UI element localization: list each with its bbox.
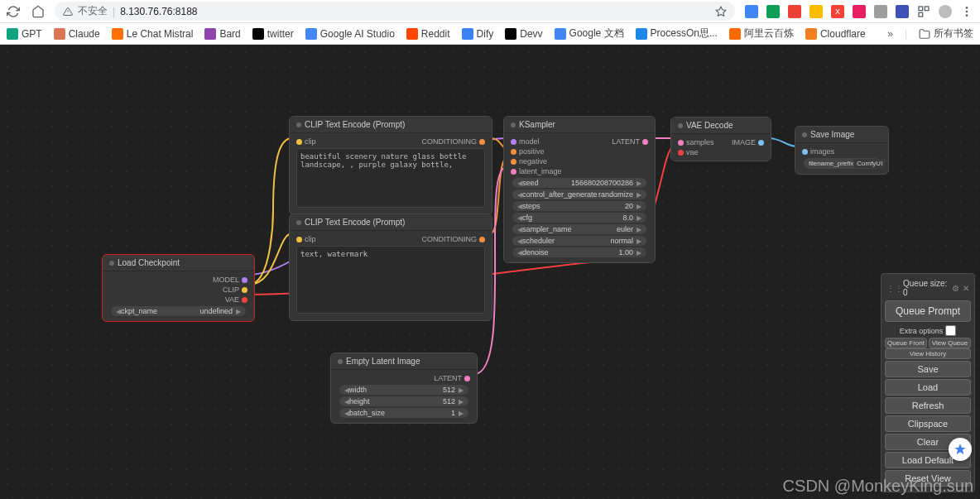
bookmark-item[interactable]: Google 文档 — [555, 26, 624, 41]
browser-toolbar: 不安全 | 8.130.76.76:8188 X — [0, 0, 980, 23]
menu-icon[interactable] — [960, 5, 973, 18]
ext-icon[interactable]: X — [831, 5, 844, 18]
extra-options-checkbox[interactable] — [945, 325, 956, 336]
output-port-latent[interactable] — [464, 376, 470, 381]
bookmark-item[interactable]: ProcessOn思... — [636, 26, 718, 41]
floating-action-button[interactable] — [949, 438, 972, 461]
node-canvas[interactable]: Load Checkpoint MODEL CLIP VAE ◀ckpt_nam… — [0, 45, 980, 499]
node-title: Save Image — [810, 130, 854, 139]
input-port-latent[interactable] — [511, 169, 516, 175]
bookmark-item[interactable]: Devv — [505, 28, 542, 40]
view-queue-button[interactable]: View Queue — [929, 338, 971, 348]
profile-icon[interactable] — [939, 5, 952, 18]
ext-icon[interactable] — [896, 5, 909, 18]
node-title: CLIP Text Encode (Prompt) — [305, 120, 405, 129]
svg-rect-1 — [919, 7, 923, 11]
node-load-checkpoint[interactable]: Load Checkpoint MODEL CLIP VAE ◀ckpt_nam… — [102, 254, 255, 322]
widget-ckpt-name[interactable]: ◀ckpt_nameundefined▶ — [111, 306, 246, 316]
input-port-negative[interactable] — [511, 159, 516, 165]
input-port-clip[interactable] — [296, 237, 302, 242]
bookmark-item[interactable]: twitter — [252, 28, 294, 40]
node-title: KSampler — [519, 120, 555, 129]
home-icon[interactable] — [31, 5, 45, 18]
widget-batch_size[interactable]: ◀batch_size1▶ — [339, 408, 468, 418]
bookmark-item[interactable]: 阿里云百炼 — [729, 26, 794, 41]
svg-rect-2 — [925, 7, 929, 11]
widget-scheduler[interactable]: ◀schedulernormal▶ — [512, 236, 646, 246]
widget-control_after_generate[interactable]: ◀control_after_generaterandomize▶ — [512, 190, 646, 199]
save-button[interactable]: Save — [885, 361, 971, 377]
all-bookmarks[interactable]: 所有书签 — [919, 26, 973, 41]
input-port-vae[interactable] — [678, 150, 684, 156]
prompt-textarea-negative[interactable] — [296, 246, 485, 314]
ext-icon[interactable] — [874, 5, 887, 18]
clipspace-button[interactable]: Clipspace — [885, 415, 971, 432]
ext-icon[interactable] — [766, 5, 780, 18]
reset-view-button[interactable]: Reset View — [885, 470, 971, 487]
node-clip-negative[interactable]: CLIP Text Encode (Prompt) clipCONDITIONI… — [289, 214, 492, 321]
output-port-conditioning[interactable] — [479, 237, 485, 242]
output-port-clip[interactable] — [242, 287, 247, 293]
extension-icons: X — [745, 5, 973, 18]
node-empty-latent[interactable]: Empty Latent Image LATENT ◀width512▶◀hei… — [330, 353, 478, 424]
svg-rect-3 — [919, 12, 923, 17]
widget-sampler_name[interactable]: ◀sampler_nameeuler▶ — [512, 224, 646, 234]
widget-steps[interactable]: ◀steps20▶ — [512, 201, 646, 211]
svg-point-6 — [966, 14, 968, 17]
input-port-samples[interactable] — [678, 140, 684, 146]
ext-icon[interactable] — [853, 5, 866, 18]
bookmark-item[interactable]: Reddit — [406, 28, 450, 40]
close-icon[interactable]: ✕ — [963, 284, 969, 293]
address-bar[interactable]: 不安全 | 8.130.76.76:8188 — [55, 2, 735, 21]
insecure-icon — [63, 7, 73, 17]
widget-filename-prefix[interactable]: filename_prefixComfyUI — [804, 158, 880, 169]
node-title: Empty Latent Image — [346, 357, 420, 366]
widget-cfg[interactable]: ◀cfg8.0▶ — [512, 213, 646, 223]
input-port-model[interactable] — [511, 139, 516, 145]
prompt-textarea-positive[interactable] — [296, 148, 485, 208]
star-icon[interactable] — [715, 6, 727, 17]
node-title: Load Checkpoint — [118, 258, 180, 267]
output-port-conditioning[interactable] — [479, 139, 485, 145]
ext-icon[interactable] — [745, 5, 758, 18]
bookmark-item[interactable]: Dify — [462, 28, 494, 40]
refresh-button[interactable]: Refresh — [885, 397, 971, 414]
bookmark-item[interactable]: Bard — [204, 28, 240, 40]
bookmark-item[interactable]: Le Chat Mistral — [112, 28, 194, 40]
url-text: 8.130.76.76:8188 — [120, 6, 197, 17]
bookmarks-bar: GPTClaudeLe Chat MistralBardtwitterGoogl… — [0, 23, 980, 45]
widget-width[interactable]: ◀width512▶ — [339, 385, 468, 395]
output-port-latent[interactable] — [642, 139, 648, 145]
output-port-model[interactable] — [242, 277, 247, 283]
output-port-vae[interactable] — [242, 297, 247, 303]
ext-icon[interactable] — [788, 5, 801, 18]
queue-size-label: Queue size: 0 — [903, 279, 952, 297]
reload-icon[interactable] — [7, 5, 20, 18]
view-history-button[interactable]: View History — [885, 348, 971, 359]
ext-icon[interactable] — [809, 5, 823, 18]
load-button[interactable]: Load — [885, 379, 971, 396]
bookmark-item[interactable]: Cloudflare — [805, 28, 866, 40]
widget-height[interactable]: ◀height512▶ — [339, 396, 468, 406]
node-vae-decode[interactable]: VAE Decode samplesIMAGE vae — [670, 117, 771, 161]
svg-point-4 — [966, 7, 968, 9]
queue-prompt-button[interactable]: Queue Prompt — [885, 300, 971, 322]
widget-seed[interactable]: ◀seed156680208700286▶ — [512, 178, 646, 188]
queue-front-button[interactable]: Queue Front — [885, 338, 927, 348]
folder-icon — [919, 28, 930, 40]
node-ksampler[interactable]: KSampler modelLATENT positive negative l… — [503, 116, 656, 263]
gear-icon[interactable]: ⚙ — [952, 284, 959, 293]
node-clip-positive[interactable]: CLIP Text Encode (Prompt) clipCONDITIONI… — [289, 116, 492, 215]
widget-denoise[interactable]: ◀denoise1.00▶ — [512, 247, 646, 257]
bookmark-item[interactable]: Claude — [54, 28, 100, 40]
bookmark-item[interactable]: GPT — [7, 28, 42, 40]
node-save-image[interactable]: Save Image images filename_prefixComfyUI — [795, 126, 889, 175]
input-port-images[interactable] — [802, 149, 808, 155]
input-port-clip[interactable] — [296, 139, 302, 145]
svg-marker-0 — [716, 7, 726, 16]
extensions-icon[interactable] — [917, 5, 930, 18]
bookmark-item[interactable]: Google AI Studio — [305, 28, 395, 40]
input-port-positive[interactable] — [511, 149, 516, 155]
bookmarks-more[interactable]: » — [887, 28, 893, 40]
output-port-image[interactable] — [758, 140, 764, 146]
